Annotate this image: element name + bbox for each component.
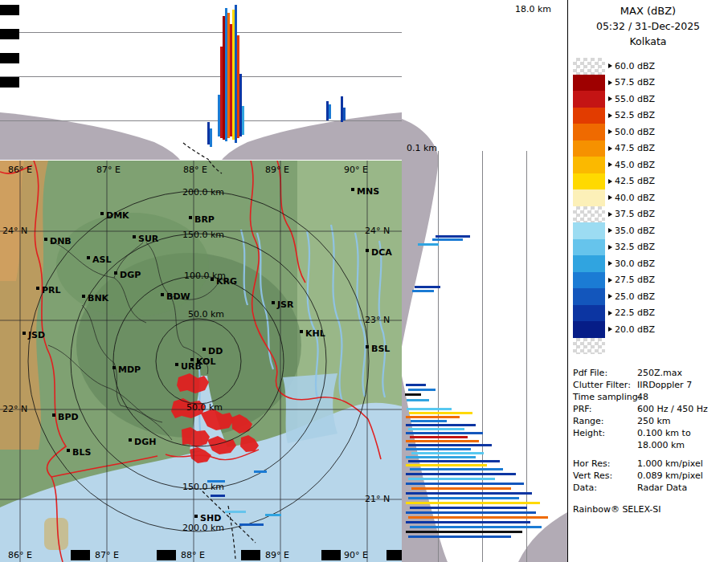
legend-scale-row: 57.5 dBZ [573, 75, 655, 92]
legend-tick-arrow-icon [608, 327, 612, 332]
legend-scale-label: 55.0 dBZ [615, 94, 655, 104]
sea-echo [239, 523, 264, 526]
city-marker [44, 238, 47, 241]
legend-tick-arrow-icon [608, 113, 612, 118]
legend-info-value: IIRDoppler 7 [637, 379, 692, 391]
echo-profile-bar [242, 106, 244, 135]
city-label: KRG [216, 276, 237, 287]
echo-profile-bar [406, 456, 476, 458]
longitude-label: 87° E [96, 165, 121, 175]
echo-profile-bar [343, 108, 346, 120]
city-marker [114, 271, 117, 275]
legend-color-swatch [573, 272, 605, 289]
latitude-label: 21° N [365, 494, 390, 504]
city-label: MDP [118, 364, 141, 375]
legend-info-value: 250Z.max [637, 367, 682, 379]
legend-info-value: 250 km [637, 415, 671, 427]
legend-color-swatch [573, 338, 605, 355]
legend-tick-arrow-icon [608, 146, 612, 151]
legend-scale-row: 30.0 dBZ [573, 255, 655, 272]
city-marker [36, 287, 39, 290]
city-label: DD [208, 346, 223, 356]
legend-scale-label: 37.5 dBZ [615, 209, 655, 219]
legend-info-row: Range:250 km [573, 415, 727, 427]
city-marker [100, 212, 104, 215]
echo-profile-bar [406, 521, 530, 523]
echo-profile-bar [408, 444, 492, 446]
product-title: MAX (dBZ) [568, 5, 728, 17]
max-height-label: 18.0 km [515, 4, 551, 14]
city-marker [67, 449, 70, 452]
legend-info-row: Pdf File:250Z.max [573, 367, 727, 379]
height-gridline [0, 32, 402, 33]
echo-profile-bar [410, 507, 527, 509]
city-label: MNS [357, 186, 379, 197]
echo-profile-bar [411, 487, 511, 490]
min-height-label: 0.1 km [407, 143, 437, 153]
echo-profile-bar [418, 243, 439, 246]
legend-color-swatch [573, 157, 605, 173]
legend-scale-label: 27.5 dBZ [615, 275, 655, 285]
legend-scale-label: 45.0 dBZ [615, 160, 655, 170]
plan-view-map-panel: 200.0 km150.0 km100.0 km50.0 km50.0 km15… [0, 161, 402, 562]
legend-tick-arrow-icon [608, 195, 612, 200]
city-marker [366, 249, 369, 252]
echo-profile-bar [406, 483, 524, 485]
longitude-label: 87° E [95, 550, 119, 560]
legend-tick-arrow-icon [608, 278, 612, 283]
city-label: DGP [120, 270, 141, 280]
city-label: URB [181, 361, 202, 372]
legend-info-label: PRF: [573, 403, 637, 415]
echo-profile-bar [408, 428, 464, 430]
axis-tick-box [71, 550, 90, 560]
axis-tick-box [157, 550, 176, 560]
sea-echo [254, 470, 267, 473]
city-marker [112, 366, 116, 369]
radar-display-window: 200.0 km150.0 km100.0 km50.0 km50.0 km15… [0, 0, 728, 562]
legend-scale-label: 60.0 dBZ [615, 61, 655, 71]
legend-color-swatch [573, 108, 605, 124]
echo-profile-bar [406, 440, 479, 442]
legend-color-swatch [573, 58, 605, 75]
echo-profile-bar [210, 128, 212, 147]
legend-info-row: Height:0.100 km to [573, 427, 727, 439]
legend-scale-row: 25.0 dBZ [573, 288, 655, 305]
legend-color-swatch [573, 91, 605, 108]
legend-scale-row: 22.5 dBZ [573, 305, 655, 322]
axis-tick-box [0, 77, 19, 88]
legend-color-swatch [573, 206, 605, 223]
echo-profile-bar [411, 452, 484, 454]
legend-scale-row: 42.5 dBZ [573, 173, 655, 190]
longitude-label: 88° E [181, 550, 205, 560]
echo-profile-bar [409, 412, 472, 414]
legend-info-row: 18.000 km [573, 439, 727, 451]
legend-scale-label: 30.0 dBZ [615, 259, 655, 269]
legend-color-swatch [573, 189, 605, 206]
legend-scale-label: 52.5 dBZ [615, 110, 655, 120]
echo-profile-bar [410, 436, 468, 438]
city-marker [189, 216, 192, 219]
echo-profile-bar [406, 464, 487, 466]
echo-profile-bar [411, 420, 447, 422]
city-label: BPD [58, 412, 79, 422]
city-marker [202, 348, 206, 351]
legend-info-row: Hor Res:1.000 km/pixel [573, 458, 727, 470]
echo-profile-bar [405, 393, 421, 396]
city-label: JSD [27, 330, 45, 340]
legend-info-label: Clutter Filter: [573, 379, 637, 391]
city-label: BNK [88, 293, 109, 303]
height-gridline [482, 151, 483, 562]
dbz-color-scale: 60.0 dBZ57.5 dBZ55.0 dBZ52.5 dBZ50.0 dBZ… [573, 58, 655, 354]
legend-tick-arrow-icon [608, 80, 612, 85]
ew-profile-canvas [0, 0, 402, 161]
city-marker [87, 256, 90, 259]
echo-profile-bar [406, 448, 471, 450]
ns-height-profile-panel [402, 0, 567, 562]
legend-tick-arrow-icon [608, 261, 612, 266]
legend-color-swatch [573, 305, 605, 322]
longitude-label: 86° E [8, 550, 32, 560]
longitude-label: 90° E [344, 165, 368, 175]
legend-color-swatch [573, 173, 605, 190]
legend-scale-label: 40.0 dBZ [615, 193, 655, 203]
ew-height-profile-panel [0, 0, 402, 161]
